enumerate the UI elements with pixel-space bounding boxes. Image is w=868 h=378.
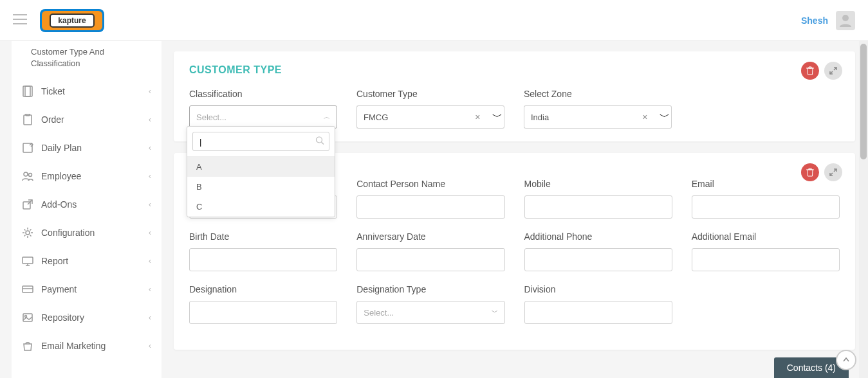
division-label: Division xyxy=(524,284,672,294)
division-input[interactable] xyxy=(524,301,672,324)
delete-button[interactable] xyxy=(801,163,819,181)
chevron-down-icon[interactable]: ﹀ xyxy=(490,105,504,129)
delete-button[interactable] xyxy=(801,62,819,80)
chevron-left-icon: ‹ xyxy=(149,172,151,181)
header-left: kapture xyxy=(13,6,104,35)
svg-rect-10 xyxy=(24,115,32,125)
header: kapture Shesh xyxy=(0,0,868,41)
designation-label: Designation xyxy=(189,284,337,294)
sidebar-item-label: Payment xyxy=(41,284,77,294)
sidebar-item-label: Daily Plan xyxy=(41,143,82,153)
sidebar-item-ticket[interactable]: Ticket ‹ xyxy=(12,77,162,105)
chevron-left-icon: ‹ xyxy=(149,200,151,209)
clipboard-icon xyxy=(22,114,33,125)
email-input[interactable] xyxy=(692,195,840,219)
menu-toggle-icon[interactable] xyxy=(13,14,27,28)
sidebar: Customer Type And Classification Ticket … xyxy=(12,41,162,378)
additional-email-label: Additional Email xyxy=(692,231,840,242)
dropdown-option-a[interactable]: A xyxy=(187,157,335,177)
svg-point-13 xyxy=(24,172,28,176)
chevron-left-icon: ‹ xyxy=(149,87,151,96)
sidebar-item-label: Email Marketing xyxy=(41,341,106,351)
chevron-left-icon: ‹ xyxy=(149,228,151,237)
scrollbar-thumb[interactable] xyxy=(860,44,867,159)
mobile-input[interactable] xyxy=(524,195,672,219)
sidebar-item-label: Add-Ons xyxy=(41,199,77,210)
chevron-down-icon: ﹀ xyxy=(492,308,498,317)
svg-rect-17 xyxy=(23,257,33,264)
anniversary-date-input[interactable] xyxy=(356,248,504,271)
classification-select[interactable]: Select... ︿ xyxy=(189,105,337,129)
sidebar-item-employee[interactable]: Employee ‹ xyxy=(12,162,162,190)
scrollbar-track[interactable] xyxy=(859,41,868,378)
chevron-left-icon: ‹ xyxy=(149,256,151,266)
clear-icon[interactable]: × xyxy=(475,112,480,122)
additional-phone-input[interactable] xyxy=(524,248,672,271)
username-label[interactable]: Shesh xyxy=(801,15,828,26)
sidebar-item-configuration[interactable]: Configuration ‹ xyxy=(12,219,162,247)
classification-dropdown: A B C xyxy=(187,126,335,217)
logo[interactable]: kapture xyxy=(40,6,104,35)
chevron-left-icon: ‹ xyxy=(149,115,151,124)
expand-button[interactable] xyxy=(824,163,842,181)
chevron-left-icon: ‹ xyxy=(149,313,151,322)
chevron-up-icon: ︿ xyxy=(324,113,330,122)
sidebar-item-report[interactable]: Report ‹ xyxy=(12,247,162,275)
expand-button[interactable] xyxy=(824,62,842,80)
additional-phone-label: Additional Phone xyxy=(524,231,672,242)
svg-point-24 xyxy=(317,137,322,143)
svg-rect-20 xyxy=(23,286,33,292)
chevron-down-icon[interactable]: ﹀ xyxy=(658,105,672,129)
chevron-left-icon: ‹ xyxy=(149,285,151,294)
anniversary-date-label: Anniversary Date xyxy=(356,231,504,242)
designation-type-select[interactable]: Select... ﹀ xyxy=(356,301,504,324)
svg-point-14 xyxy=(29,174,32,177)
contact-person-label: Contact Person Name xyxy=(356,179,504,189)
gear-icon xyxy=(22,227,33,239)
external-icon xyxy=(22,199,33,210)
svg-point-23 xyxy=(25,316,27,318)
customer-type-select[interactable]: FMCG × xyxy=(356,105,490,129)
birth-date-input[interactable] xyxy=(189,248,337,271)
customer-type-label: Customer Type xyxy=(356,89,504,99)
sidebar-item-label: Ticket xyxy=(41,86,65,96)
sidebar-item-label: Employee xyxy=(41,171,81,181)
sidebar-item-label: Repository xyxy=(41,312,84,323)
classification-label: Classification xyxy=(189,89,337,99)
sidebar-item-order[interactable]: Order ‹ xyxy=(12,105,162,134)
monitor-icon xyxy=(22,255,33,267)
designation-type-label: Designation Type xyxy=(356,284,504,294)
sidebar-item-customer-type[interactable]: Customer Type And Classification xyxy=(12,41,162,77)
ticket-icon xyxy=(22,86,33,97)
clear-icon[interactable]: × xyxy=(642,112,647,122)
contact-person-input[interactable] xyxy=(356,195,504,219)
additional-email-input[interactable] xyxy=(692,248,840,271)
dropdown-option-b[interactable]: B xyxy=(187,177,335,197)
select-zone-label: Select Zone xyxy=(524,89,672,99)
sidebar-item-daily-plan[interactable]: Daily Plan ‹ xyxy=(12,134,162,162)
sidebar-item-repository[interactable]: Repository ‹ xyxy=(12,303,162,332)
sidebar-item-addons[interactable]: Add-Ons ‹ xyxy=(12,190,162,219)
select-value: India xyxy=(531,113,549,122)
birth-date-label: Birth Date xyxy=(189,231,337,242)
svg-line-25 xyxy=(322,142,324,145)
select-value: FMCG xyxy=(364,113,388,122)
card-title: CUSTOMER TYPE xyxy=(189,64,840,76)
card-icon xyxy=(22,284,33,295)
scroll-top-button[interactable] xyxy=(836,350,856,370)
select-zone-select[interactable]: India × xyxy=(524,105,658,129)
dropdown-search-input[interactable] xyxy=(192,132,329,151)
svg-text:kapture: kapture xyxy=(58,16,86,25)
svg-rect-8 xyxy=(23,86,30,96)
select-placeholder: Select... xyxy=(364,308,394,318)
chevron-left-icon: ‹ xyxy=(149,143,151,152)
sidebar-item-label: Report xyxy=(41,256,68,266)
dropdown-option-c[interactable]: C xyxy=(187,197,335,217)
svg-point-7 xyxy=(842,15,849,21)
bag-icon xyxy=(22,340,33,352)
edit-icon xyxy=(22,142,33,154)
sidebar-item-payment[interactable]: Payment ‹ xyxy=(12,275,162,303)
avatar[interactable] xyxy=(836,11,855,30)
sidebar-item-email-marketing[interactable]: Email Marketing ‹ xyxy=(12,332,162,360)
designation-input[interactable] xyxy=(189,301,337,324)
